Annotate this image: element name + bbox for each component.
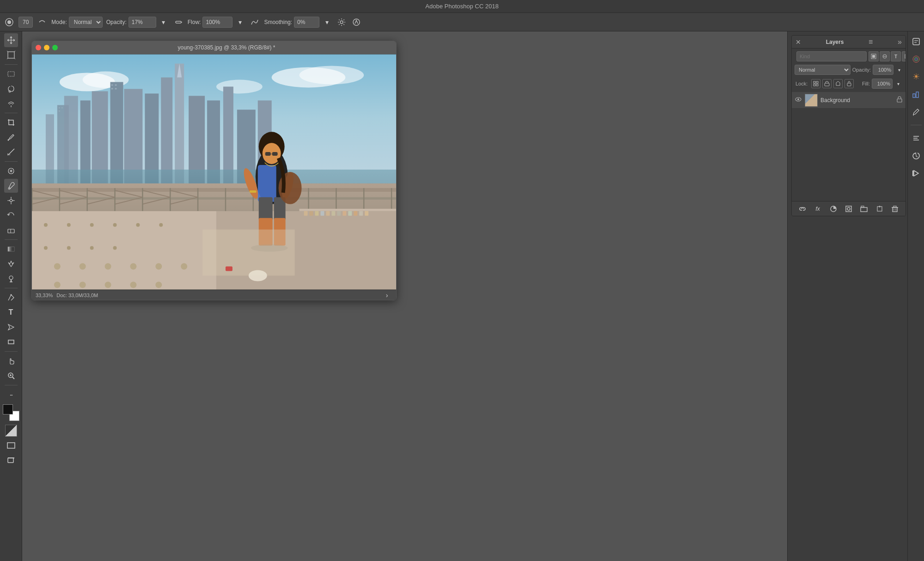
filter-adjustment-btn[interactable] bbox=[880, 51, 890, 61]
screen-mode-btn[interactable] bbox=[4, 439, 18, 452]
filter-shape-btn[interactable] bbox=[902, 51, 906, 61]
layers-search-input[interactable] bbox=[796, 51, 867, 61]
dodge-btn[interactable] bbox=[4, 272, 18, 286]
lock-pixels-btn[interactable] bbox=[811, 79, 820, 88]
smoothing-input[interactable] bbox=[294, 17, 319, 28]
rectangle-btn[interactable] bbox=[4, 335, 18, 349]
eyedropper-btn[interactable] bbox=[4, 130, 18, 144]
extras-btn[interactable]: ··· bbox=[4, 388, 18, 402]
tablet-pressure-btn[interactable] bbox=[351, 17, 362, 28]
layer-mask-btn[interactable] bbox=[843, 203, 854, 214]
layers-panel-menu[interactable]: ≡ bbox=[869, 38, 873, 46]
fx-btn[interactable]: fx bbox=[812, 203, 823, 214]
type-tool-btn[interactable]: T bbox=[4, 305, 18, 319]
eraser-btn[interactable] bbox=[4, 223, 18, 237]
hand-btn[interactable] bbox=[4, 354, 18, 368]
svg-rect-125 bbox=[331, 211, 335, 216]
lasso-tool-btn[interactable] bbox=[4, 82, 18, 96]
new-fill-btn[interactable] bbox=[828, 203, 839, 214]
svg-rect-162 bbox=[825, 83, 829, 86]
opacity-dropdown[interactable]: ▾ bbox=[158, 17, 169, 28]
layers-panel-controls: T bbox=[792, 49, 906, 92]
path-select-btn[interactable] bbox=[4, 320, 18, 334]
lock-position-btn[interactable] bbox=[822, 79, 832, 88]
window-minimize-btn[interactable] bbox=[44, 45, 49, 50]
actions-panel-btn[interactable] bbox=[910, 167, 923, 180]
filter-pixel-btn[interactable] bbox=[869, 51, 879, 61]
mode-select[interactable]: Normal bbox=[69, 17, 103, 28]
link-layers-btn[interactable] bbox=[797, 203, 808, 214]
color-swatch-area[interactable] bbox=[3, 404, 19, 421]
flow-dropdown[interactable]: ▾ bbox=[234, 17, 245, 28]
delete-layer-btn[interactable] bbox=[889, 203, 900, 214]
window-maximize-btn[interactable] bbox=[52, 45, 58, 50]
canvas-photo[interactable] bbox=[32, 54, 396, 290]
rotate-view-btn[interactable] bbox=[4, 453, 18, 467]
svg-rect-158 bbox=[814, 81, 815, 83]
brush-settings-btn[interactable] bbox=[336, 17, 347, 28]
healing-brush-btn[interactable] bbox=[4, 164, 18, 178]
align-panel-btn[interactable] bbox=[910, 132, 923, 145]
svg-rect-128 bbox=[348, 211, 352, 216]
svg-point-117 bbox=[130, 281, 136, 288]
properties-panel-btn[interactable] bbox=[910, 35, 923, 48]
brush-tool-btn[interactable] bbox=[4, 179, 18, 193]
svg-rect-146 bbox=[250, 190, 257, 193]
toolbar-divider-5 bbox=[5, 288, 18, 288]
svg-point-118 bbox=[155, 281, 162, 288]
new-artboard-btn[interactable] bbox=[874, 203, 885, 214]
panel-close-btn[interactable]: ✕ bbox=[795, 38, 801, 46]
crop-tool-btn[interactable] bbox=[4, 116, 18, 129]
layer-opacity-input[interactable] bbox=[873, 65, 893, 75]
quick-mask-btn[interactable] bbox=[5, 425, 17, 437]
brush-preset-picker[interactable] bbox=[4, 17, 15, 28]
airbrush-toggle[interactable] bbox=[173, 17, 184, 28]
quick-select-btn[interactable] bbox=[4, 97, 18, 110]
libraries-panel-btn[interactable] bbox=[910, 88, 923, 101]
svg-point-112 bbox=[155, 263, 162, 269]
layer-fill-input[interactable] bbox=[872, 79, 893, 89]
window-close-btn[interactable] bbox=[36, 45, 41, 50]
new-group-btn[interactable] bbox=[858, 203, 869, 214]
brush-toggle-1[interactable] bbox=[37, 17, 48, 28]
svg-rect-159 bbox=[816, 81, 818, 83]
zoom-btn[interactable] bbox=[4, 369, 18, 383]
artboard-tool-btn[interactable] bbox=[4, 48, 18, 62]
brush-settings-panel-btn[interactable] bbox=[910, 105, 923, 118]
history-brush-btn[interactable] bbox=[4, 208, 18, 222]
layers-panel-collapse[interactable]: » bbox=[898, 38, 902, 46]
opacity-input[interactable] bbox=[129, 17, 156, 28]
layer-item-background[interactable]: Background bbox=[792, 92, 906, 109]
filter-type-btn[interactable]: T bbox=[891, 51, 901, 61]
blur-btn[interactable] bbox=[4, 257, 18, 271]
measure-btn[interactable] bbox=[4, 145, 18, 159]
adjustments-panel-btn[interactable]: ☀ bbox=[910, 70, 923, 83]
zoom-level: 33,33% bbox=[36, 293, 53, 298]
clone-stamp-btn[interactable] bbox=[4, 194, 18, 207]
channels-panel-btn[interactable] bbox=[910, 53, 923, 66]
lock-artboard-btn[interactable] bbox=[833, 79, 843, 88]
layers-empty-area bbox=[792, 109, 906, 201]
layer-eye-background[interactable] bbox=[795, 96, 802, 104]
toolbar-divider-6 bbox=[5, 351, 18, 352]
smoothing-dropdown[interactable]: ▾ bbox=[321, 17, 332, 28]
move-tool-btn[interactable] bbox=[4, 33, 18, 47]
toolbar-divider-4 bbox=[5, 239, 18, 240]
filter-icons: T bbox=[869, 51, 906, 61]
app-title: Adobe Photoshop CC 2018 bbox=[425, 3, 498, 10]
opacity-lock-dropdown[interactable]: ▾ bbox=[895, 64, 903, 75]
history-panel-btn[interactable] bbox=[910, 149, 923, 162]
lock-all-btn[interactable] bbox=[844, 79, 854, 88]
svg-marker-191 bbox=[914, 171, 918, 176]
pen-btn[interactable] bbox=[4, 291, 18, 305]
foreground-color-swatch[interactable] bbox=[3, 404, 13, 415]
layer-mode-select[interactable]: Normal bbox=[795, 65, 851, 75]
flow-input[interactable] bbox=[202, 17, 233, 28]
svg-rect-126 bbox=[337, 211, 341, 216]
marquee-tool-btn[interactable] bbox=[4, 67, 18, 81]
smoothing-toggle[interactable] bbox=[249, 17, 260, 28]
gradient-btn[interactable] bbox=[4, 242, 18, 256]
fill-dropdown[interactable]: ▾ bbox=[894, 78, 902, 89]
statusbar-arrow[interactable]: › bbox=[381, 290, 392, 301]
svg-point-115 bbox=[80, 281, 86, 288]
